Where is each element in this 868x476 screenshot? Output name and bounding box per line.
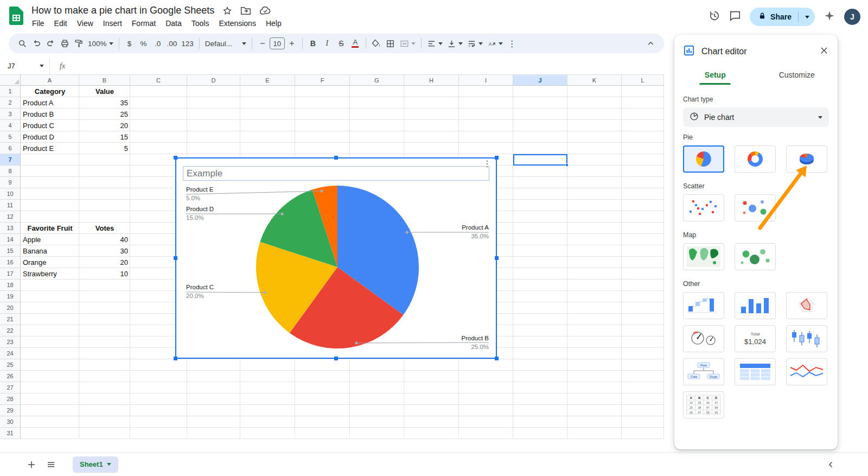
row-header-12[interactable]: 12 — [0, 211, 21, 223]
cell-B6[interactable]: 5 — [79, 143, 130, 154]
comments-icon[interactable] — [729, 10, 741, 24]
move-folder-icon[interactable] — [240, 6, 251, 15]
row-header-23[interactable]: 23 — [0, 337, 21, 348]
embedded-chart[interactable]: Example ⋮ Product A35.0%Product B25.0%Pr… — [175, 157, 497, 359]
cell-B5[interactable]: 15 — [79, 131, 130, 143]
cell-B14[interactable]: 40 — [79, 234, 130, 245]
menu-extensions[interactable]: Extensions — [214, 18, 260, 29]
column-header-A[interactable]: A — [21, 75, 79, 86]
paint-format-icon[interactable] — [72, 36, 86, 51]
row-header-3[interactable]: 3 — [0, 109, 21, 120]
share-dropdown-icon[interactable] — [805, 16, 809, 18]
menu-file[interactable]: File — [27, 18, 49, 29]
decrease-decimal-button[interactable]: .0 — [151, 36, 165, 51]
borders-icon[interactable] — [384, 36, 398, 51]
column-header-E[interactable]: E — [240, 75, 295, 86]
chart-type-gauge[interactable] — [683, 325, 724, 352]
tab-customize[interactable]: Customize — [756, 66, 838, 85]
font-select[interactable]: Defaul... — [203, 36, 248, 51]
text-rotation-icon[interactable]: A — [485, 36, 505, 51]
print-icon[interactable] — [58, 36, 72, 51]
chart-type-geomarkers[interactable] — [735, 243, 776, 270]
tab-setup[interactable]: Setup — [674, 66, 756, 85]
cell-B15[interactable]: 30 — [79, 245, 130, 257]
cell-B4[interactable]: 20 — [79, 120, 130, 131]
row-header-15[interactable]: 15 — [0, 245, 21, 257]
cell-A4[interactable]: Product C — [21, 120, 79, 131]
row-header-18[interactable]: 18 — [0, 280, 21, 291]
strikethrough-button[interactable]: S — [334, 36, 348, 51]
row-header-10[interactable]: 10 — [0, 188, 21, 200]
row-header-17[interactable]: 17 — [0, 268, 21, 280]
cloud-status-icon[interactable] — [259, 7, 271, 15]
chart-type-candlestick[interactable] — [786, 325, 827, 352]
font-size-input[interactable]: 10 — [270, 37, 285, 49]
row-header-25[interactable]: 25 — [0, 359, 21, 371]
bold-button[interactable]: B — [306, 36, 320, 51]
chart-resize-handle[interactable] — [495, 156, 499, 160]
chart-type-pie[interactable] — [683, 145, 724, 173]
column-header-K[interactable]: K — [567, 75, 622, 86]
row-header-7[interactable]: 7 — [0, 154, 21, 166]
number-format-button[interactable]: 123 — [179, 36, 196, 51]
format-currency-button[interactable]: $ — [123, 36, 137, 51]
menu-edit[interactable]: Edit — [49, 18, 72, 29]
cell-B13[interactable]: Votes — [79, 223, 130, 234]
chart-type-tablechart[interactable] — [735, 358, 776, 385]
column-header-I[interactable]: I — [459, 75, 513, 86]
cell-B1[interactable]: Value — [79, 86, 130, 97]
row-header-20[interactable]: 20 — [0, 302, 21, 314]
row-header-6[interactable]: 6 — [0, 143, 21, 154]
chart-resize-handle[interactable] — [174, 256, 177, 260]
chart-resize-handle[interactable] — [174, 357, 177, 360]
cell-A17[interactable]: Strawberry — [21, 268, 79, 280]
fill-color-icon[interactable] — [369, 36, 384, 51]
row-header-1[interactable]: 1 — [0, 86, 21, 97]
select-all-corner[interactable] — [0, 75, 21, 86]
row-header-9[interactable]: 9 — [0, 177, 21, 188]
cell-B3[interactable]: 25 — [79, 109, 130, 120]
cell-A2[interactable]: Product A — [21, 97, 79, 109]
name-box-dropdown-icon[interactable] — [40, 65, 44, 67]
add-sheet-icon[interactable] — [22, 455, 41, 474]
cell-B17[interactable]: 10 — [79, 268, 130, 280]
text-wrap-icon[interactable] — [465, 36, 485, 51]
cell-A15[interactable]: Banana — [21, 245, 79, 257]
column-header-J[interactable]: J — [513, 75, 567, 86]
name-box[interactable]: J7 — [0, 58, 50, 74]
row-header-5[interactable]: 5 — [0, 131, 21, 143]
chart-type-donut[interactable] — [735, 145, 776, 173]
sheet-tab-menu-icon[interactable] — [107, 463, 111, 466]
more-options-icon[interactable]: ⋮ — [505, 36, 519, 51]
chart-type-scorecard[interactable]: Total$1,024 — [735, 325, 776, 352]
chart-resize-handle[interactable] — [495, 256, 499, 260]
document-title[interactable]: How to make a pie chart in Google Sheets — [31, 5, 214, 16]
cell-A6[interactable]: Product E — [21, 143, 79, 154]
sheet-tab-active[interactable]: Sheet1 — [73, 456, 118, 473]
zoom-select[interactable]: 100% — [86, 36, 116, 51]
row-header-28[interactable]: 28 — [0, 394, 21, 405]
column-header-B[interactable]: B — [79, 75, 130, 86]
menu-insert[interactable]: Insert — [98, 18, 127, 29]
column-header-G[interactable]: G — [350, 75, 404, 86]
star-icon[interactable] — [222, 6, 232, 16]
gemini-sparkle-icon[interactable] — [824, 10, 835, 24]
row-header-29[interactable]: 29 — [0, 405, 21, 416]
share-button[interactable]: Share — [750, 8, 815, 26]
text-color-button[interactable]: A — [348, 36, 362, 51]
increase-decimal-button[interactable]: .00 — [165, 36, 180, 51]
close-icon[interactable] — [819, 46, 829, 58]
row-header-14[interactable]: 14 — [0, 234, 21, 245]
row-header-2[interactable]: 2 — [0, 97, 21, 109]
column-header-D[interactable]: D — [187, 75, 240, 86]
version-history-icon[interactable] — [709, 10, 720, 24]
chart-type-geomap[interactable] — [683, 243, 724, 270]
redo-icon[interactable] — [43, 36, 58, 51]
column-header-C[interactable]: C — [130, 75, 187, 86]
cell-A3[interactable]: Product B — [21, 109, 79, 120]
cell-A16[interactable]: Orange — [21, 257, 79, 268]
row-header-21[interactable]: 21 — [0, 314, 21, 325]
column-header-F[interactable]: F — [295, 75, 350, 86]
row-header-8[interactable]: 8 — [0, 166, 21, 177]
horizontal-align-icon[interactable] — [425, 36, 445, 51]
